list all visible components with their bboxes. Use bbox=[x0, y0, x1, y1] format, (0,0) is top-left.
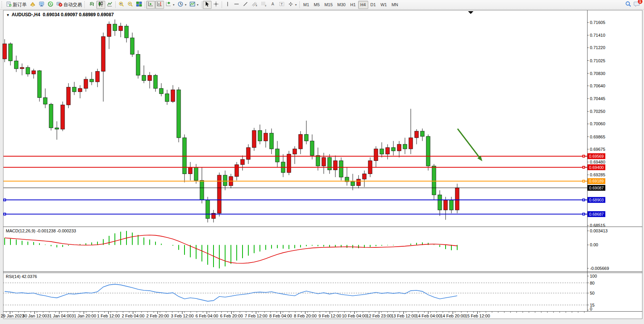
new-order-icon bbox=[6, 2, 12, 8]
candle-body bbox=[113, 24, 117, 31]
date-tick-label: 2 Feb 20:00 bbox=[146, 314, 169, 318]
text-button[interactable]: A bbox=[268, 1, 277, 9]
horizontal-line-icon bbox=[234, 1, 239, 8]
line-chart-button[interactable] bbox=[105, 1, 114, 9]
new-order-button[interactable]: 新订单 bbox=[5, 1, 28, 9]
horizontal-level-line[interactable]: 0.68687 bbox=[3, 211, 606, 217]
price-tick-label: 0.70445 bbox=[590, 96, 605, 101]
candle-body bbox=[357, 179, 360, 186]
candle-body bbox=[20, 67, 24, 68]
fibonacci-button[interactable]: F bbox=[259, 1, 268, 9]
candle-body bbox=[241, 159, 244, 165]
svg-text:A: A bbox=[272, 2, 274, 6]
candle-body bbox=[177, 90, 181, 138]
zoom-in-button[interactable] bbox=[117, 1, 126, 9]
candle-body bbox=[293, 149, 297, 154]
candle-body bbox=[374, 149, 378, 161]
candle-body bbox=[148, 75, 152, 81]
vertical-line-button[interactable] bbox=[223, 1, 232, 9]
candle-body bbox=[26, 67, 30, 74]
news-icon bbox=[48, 1, 53, 8]
tab-timeframe-H4[interactable]: H4 bbox=[358, 1, 368, 9]
horizontal-level-line[interactable]: 0.69189 bbox=[3, 178, 605, 184]
chart-title: ▼AUDUSD-,H4 0.69034 0.69097 0.68989 0.69… bbox=[6, 12, 114, 17]
candle-body bbox=[299, 135, 302, 149]
chart-end-marker bbox=[468, 11, 473, 14]
tab-timeframe-H1[interactable]: H1 bbox=[348, 1, 358, 9]
tile-windows-button[interactable] bbox=[135, 1, 143, 9]
toolbar-separator bbox=[115, 1, 116, 8]
tab-timeframe-M1[interactable]: M1 bbox=[301, 1, 311, 9]
news-button[interactable] bbox=[46, 1, 55, 9]
candle-body bbox=[455, 188, 459, 210]
dropdown-caret: ▾ bbox=[185, 3, 186, 7]
horizontal-level-line[interactable]: 0.68903 bbox=[3, 197, 606, 203]
periods-icon bbox=[178, 1, 183, 8]
bar-chart-icon bbox=[89, 1, 95, 8]
candle-body bbox=[386, 148, 389, 154]
candle-body bbox=[183, 138, 186, 174]
autotrading-button[interactable]: 自动交易 bbox=[55, 1, 84, 9]
chart-symbol-period: AUDUSD-,H4 bbox=[12, 12, 40, 17]
templates-icon bbox=[190, 1, 195, 8]
candle-body bbox=[142, 75, 146, 81]
candle-body bbox=[14, 61, 18, 68]
chart-dropdown-caret[interactable]: ▼ bbox=[6, 13, 10, 17]
macd-axis-label: 0.003413 bbox=[590, 229, 608, 233]
periods-button[interactable]: ▾ bbox=[176, 1, 188, 9]
bar-chart-button[interactable] bbox=[87, 1, 96, 9]
cursor-button[interactable] bbox=[203, 1, 212, 9]
tab-timeframe-M15[interactable]: M15 bbox=[322, 1, 335, 9]
arrows-button[interactable]: ▾ bbox=[286, 1, 298, 9]
tab-timeframe-M5[interactable]: M5 bbox=[311, 1, 322, 9]
chart-shift-button[interactable] bbox=[155, 1, 164, 9]
text-label-button[interactable]: T bbox=[277, 1, 286, 9]
auto-scroll-button[interactable] bbox=[146, 1, 155, 9]
date-tick-label: 6 Feb 04:00 bbox=[195, 314, 218, 318]
notifications-button[interactable]: 1 bbox=[634, 1, 640, 9]
search-icon[interactable] bbox=[625, 1, 631, 9]
candle-body bbox=[9, 44, 12, 61]
date-tick-label: 13 Feb 12:00 bbox=[391, 314, 416, 318]
candle-body bbox=[426, 136, 430, 166]
horizontal-level-line[interactable]: 0.69400 bbox=[3, 164, 605, 170]
current-price-line: 0.69087 bbox=[3, 185, 605, 191]
candle-body bbox=[351, 182, 355, 186]
date-tick-label: 3 Feb 12:00 bbox=[171, 314, 194, 318]
equidistant-channel-button[interactable]: E bbox=[250, 1, 259, 9]
price-tick-label: 0.69285 bbox=[590, 172, 605, 177]
tab-timeframe-MN[interactable]: MN bbox=[389, 1, 400, 9]
candlestick-chart-button[interactable] bbox=[96, 1, 105, 9]
fibonacci-icon: F bbox=[261, 1, 267, 8]
zoom-out-button[interactable] bbox=[126, 1, 135, 9]
charts-profile-icon bbox=[30, 1, 36, 8]
chart-ohlc-values: 0.69034 0.69097 0.68989 0.69087 bbox=[43, 12, 114, 17]
toolbar-separator bbox=[299, 1, 300, 8]
horizontal-level-line[interactable]: 0.69569 bbox=[3, 153, 605, 159]
price-tag-label: 0.68903 bbox=[589, 198, 604, 202]
crosshair-button[interactable] bbox=[212, 1, 220, 9]
tab-timeframe-D1[interactable]: D1 bbox=[368, 1, 378, 9]
charts-profile-button[interactable] bbox=[28, 1, 37, 9]
date-tick-label: 9 Feb 12:00 bbox=[318, 314, 341, 318]
candle-body bbox=[328, 157, 331, 170]
candle-body bbox=[275, 149, 279, 162]
date-axis: 29 Jan 202330 Jan 12:0031 Jan 04:0031 Ja… bbox=[1, 312, 584, 318]
svg-text:E: E bbox=[256, 4, 257, 7]
candle-body bbox=[61, 105, 65, 129]
candlestick-chart-icon bbox=[98, 1, 104, 8]
candle-body bbox=[415, 131, 419, 138]
price-tick-label: 0.71410 bbox=[590, 33, 605, 38]
price-tick-label: 0.70640 bbox=[590, 84, 605, 88]
indicators-button[interactable]: ▾ bbox=[164, 1, 176, 9]
horizontal-line-button[interactable] bbox=[232, 1, 241, 9]
price-tick-label: 0.69480 bbox=[590, 160, 605, 164]
candle-body bbox=[246, 148, 250, 160]
terminal-button[interactable] bbox=[37, 1, 46, 9]
tab-timeframe-W1[interactable]: W1 bbox=[378, 1, 389, 9]
tab-timeframe-M30[interactable]: M30 bbox=[335, 1, 348, 9]
vertical-line-icon bbox=[225, 1, 231, 8]
trendline-button[interactable] bbox=[241, 1, 250, 9]
candle-body bbox=[444, 200, 448, 210]
templates-button[interactable]: ▾ bbox=[188, 1, 200, 9]
